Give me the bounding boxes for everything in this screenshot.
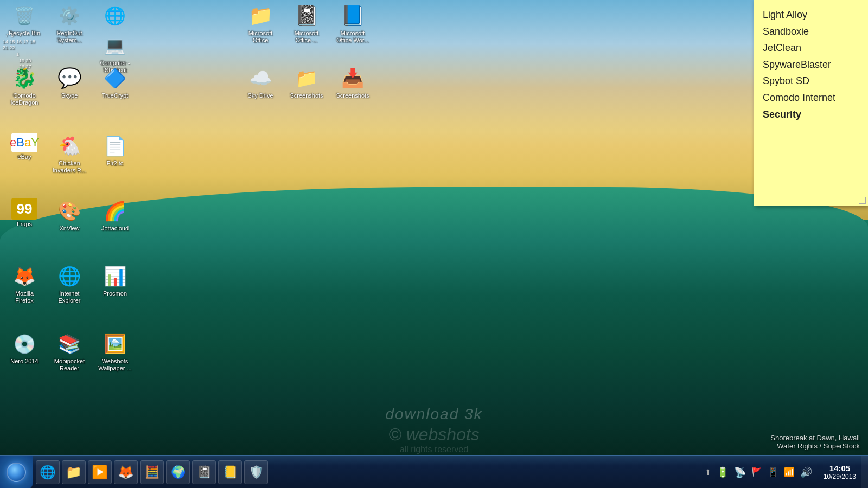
taskbar-network[interactable]: 🌍 (166, 460, 190, 484)
sticky-note-item-6[interactable]: Security (763, 106, 859, 123)
icon-ms-office[interactable]: 📁 MicrosoftOffice (239, 3, 282, 44)
tray-flag[interactable]: 🚩 (750, 466, 764, 478)
icon-skype-label: Skype (61, 92, 78, 99)
sticky-note-item-1[interactable]: Sandboxie (763, 23, 859, 40)
mobipocket-icon: 📚 (56, 331, 82, 357)
icon-skydrive-label: Sky Drive (247, 92, 273, 99)
tray-volume[interactable]: 🔊 (799, 465, 814, 479)
ms-office2-icon: 📓 (293, 3, 320, 29)
icon-skydrive[interactable]: ☁️ Sky Drive (239, 65, 282, 99)
taskbar-items: 🌐 📁 ▶️ 🦊 🧮 🌍 📓 📒 🛡️ (33, 456, 699, 488)
icon-screenshots[interactable]: 📁 Screenshots (285, 65, 328, 99)
sticky-note-item-2[interactable]: JetClean (763, 40, 859, 56)
downloads-icon: 📥 (340, 65, 366, 91)
icon-chicken-invaders[interactable]: 🐔 ChickenInvaders R... (48, 133, 91, 174)
fraps-icon: 99 (11, 198, 37, 220)
ebay-icon: eBaY (11, 133, 37, 152)
icon-skype[interactable]: 💬 Skype (48, 65, 91, 99)
icon-reginout[interactable]: ⚙️ RegInOutSystem... (48, 3, 91, 44)
procmon-icon: 📊 (102, 263, 128, 289)
icon-downloads-label: Screenshots (336, 92, 369, 99)
icon-xnview[interactable]: 🎨 XnView (48, 198, 91, 232)
taskbar-explorer[interactable]: 📁 (62, 460, 86, 484)
clock-area[interactable]: 14:05 10/29/2013 (818, 464, 861, 480)
nero-icon: 💿 (11, 331, 37, 357)
icon-firefox-label: MozillaFirefox (15, 290, 34, 304)
taskbar-media[interactable]: ▶️ (88, 460, 112, 484)
icon-ebay[interactable]: eBaY eBay (3, 133, 46, 160)
taskbar-defender[interactable]: 🛡️ (244, 460, 268, 484)
chicken-invaders-icon: 🐔 (56, 133, 82, 159)
reginout-icon: ⚙️ (56, 3, 82, 29)
icon-comodo-dragon[interactable]: 🐉 ComodoIceDragon (3, 65, 46, 106)
sticky-note: Light Alloy Sandboxie JetClean SpywareBl… (754, 0, 868, 206)
clock-date: 10/29/2013 (824, 473, 856, 480)
comodo-dragon-icon: 🐉 (11, 65, 37, 91)
sticky-note-item-3[interactable]: SpywareBlaster (763, 56, 859, 73)
icon-fir2tc[interactable]: 📄 Fir2.tc (93, 133, 137, 167)
icon-ms-office2[interactable]: 📓 MicrosoftOffice ... (285, 3, 328, 44)
sticky-note-item-0[interactable]: Light Alloy (763, 7, 859, 23)
taskbar-ie[interactable]: 🌐 (36, 460, 60, 484)
clock-time: 14:05 (829, 464, 850, 473)
icon-ms-word-label: MicrosoftOffice Wor... (336, 30, 369, 44)
icon-xnview-label: XnView (59, 225, 79, 232)
recycle-bin-icon: 🗑️ (11, 3, 37, 29)
show-desktop-button[interactable] (861, 456, 868, 489)
icon-ms-word[interactable]: 📘 MicrosoftOffice Wor... (331, 3, 374, 44)
icon-jottacloud-label: Jottacloud (101, 225, 129, 232)
icon-firefox[interactable]: 🦊 MozillaFirefox (3, 263, 46, 304)
desktop-area: 🗑️ Recycle Bin 7 8 14 15 16 17 18 21 22 … (0, 0, 868, 455)
icon-webshots-label: WebshotsWallpaper ... (98, 358, 131, 372)
icon-fir2tc-label: Fir2.tc (107, 160, 124, 167)
computer-icon: 💻 (102, 33, 128, 59)
icon-nero[interactable]: 💿 Nero 2014 (3, 331, 46, 365)
tray-mobile[interactable]: 📱 (766, 466, 780, 478)
icon-mobipocket[interactable]: 📚 MobipocketReader (48, 331, 91, 372)
icon-ebay-label: eBay (17, 153, 31, 160)
icon-ie[interactable]: 🌐 InternetExplorer (48, 263, 91, 304)
icon-procmon[interactable]: 📊 Procmon (93, 263, 137, 297)
icon-mobipocket-label: MobipocketReader (54, 358, 85, 372)
start-button[interactable] (0, 456, 33, 489)
ms-word-icon: 📘 (340, 3, 366, 29)
icon-recycle-bin[interactable]: 🗑️ Recycle Bin (3, 3, 46, 37)
icon-procmon-label: Procmon (103, 290, 127, 297)
icon-fraps[interactable]: 99 Fraps (3, 198, 46, 228)
tray-battery[interactable]: 🔋 (715, 465, 730, 479)
icon-jottacloud[interactable]: 🌈 Jottacloud (93, 198, 137, 232)
icon-reginout-label: RegInOutSystem... (56, 30, 82, 44)
sticky-note-item-4[interactable]: Spybot SD (763, 73, 859, 89)
web-icon: 🌐 (102, 3, 128, 29)
tray-network[interactable]: 📡 (732, 465, 748, 479)
sticky-resize-handle[interactable] (859, 197, 866, 204)
xnview-icon: 🎨 (56, 198, 82, 224)
ms-office-icon: 📁 (247, 3, 273, 29)
taskbar-calculator[interactable]: 🧮 (140, 460, 164, 484)
taskbar-tray: ⬆ 🔋 📡 🚩 📱 📶 🔊 (699, 456, 818, 488)
icon-truecrypt[interactable]: 🔷 TrueCrypt (93, 65, 137, 99)
icon-downloads[interactable]: 📥 Screenshots (331, 65, 374, 99)
icon-ms-office2-label: MicrosoftOffice ... (295, 30, 319, 44)
icon-nero-label: Nero 2014 (10, 358, 38, 365)
fir2tc-icon: 📄 (102, 133, 128, 159)
jottacloud-icon: 🌈 (102, 198, 128, 224)
taskbar-onenote2[interactable]: 📒 (218, 460, 242, 484)
icon-web[interactable]: 🌐 (93, 3, 137, 30)
taskbar-onenote[interactable]: 📓 (192, 460, 216, 484)
icon-fraps-label: Fraps (17, 221, 32, 228)
taskbar: 🌐 📁 ▶️ 🦊 🧮 🌍 📓 📒 🛡️ ⬆ 🔋 📡 🚩 � (0, 455, 868, 488)
tray-expand[interactable]: ⬆ (703, 467, 713, 478)
taskbar-firefox[interactable]: 🦊 (114, 460, 138, 484)
skype-icon: 💬 (56, 65, 82, 91)
tray-signal[interactable]: 📶 (782, 466, 796, 478)
icon-ms-office-label: MicrosoftOffice (248, 30, 273, 44)
icon-chicken-invaders-label: ChickenInvaders R... (53, 160, 86, 174)
skydrive-icon: ☁️ (247, 65, 273, 91)
windows-orb (7, 463, 26, 482)
ie-icon: 🌐 (56, 263, 82, 289)
icon-webshots[interactable]: 🖼️ WebshotsWallpaper ... (93, 331, 137, 372)
firefox-icon: 🦊 (11, 263, 37, 289)
sticky-note-item-5[interactable]: Comodo Internet (763, 89, 859, 106)
screenshots-icon: 📁 (293, 65, 320, 91)
